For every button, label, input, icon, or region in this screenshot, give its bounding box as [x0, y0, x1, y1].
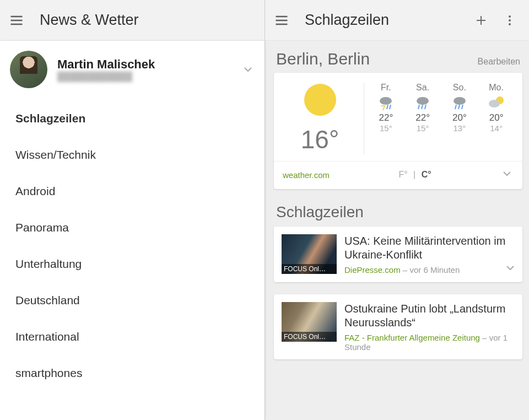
svg-point-11	[380, 97, 392, 105]
hamburger-button-right[interactable]	[269, 8, 294, 33]
news-thumb: FOCUS Onl…	[282, 302, 337, 342]
unit-toggle[interactable]: F° | C°	[330, 170, 500, 180]
svg-point-8	[509, 15, 511, 18]
forecast-day: Fr. 22° 15°	[369, 83, 403, 154]
account-chevron-down-icon[interactable]	[241, 63, 255, 76]
hamburger-icon	[274, 13, 289, 28]
forecast-hi: 20°	[452, 112, 467, 123]
chevron-down-icon	[504, 261, 517, 274]
news-item[interactable]: FOCUS Onl… USA: Keine Militärinterventio…	[274, 227, 522, 282]
headlines-section-title: Schlagzeilen	[274, 201, 522, 227]
news-source[interactable]: DiePresse.com	[344, 265, 401, 274]
nav-item-deutschland[interactable]: Deutschland	[0, 282, 264, 319]
news-thumb: FOCUS Onl…	[282, 234, 337, 274]
news-time: vor 6 Minuten	[409, 265, 460, 274]
plus-icon	[474, 14, 488, 27]
svg-point-23	[489, 100, 500, 107]
forecast-day-label: Sa.	[416, 83, 429, 93]
unit-c[interactable]: C°	[422, 170, 431, 179]
forecast-day-label: So.	[453, 83, 466, 93]
nav-item-wissen-technik[interactable]: Wissen/Technik	[0, 137, 264, 173]
more-vert-icon	[503, 14, 516, 27]
nav-item-schlagzeilen[interactable]: Schlagzeilen	[0, 100, 264, 137]
account-name: Martin Malischek	[57, 57, 241, 72]
avatar	[10, 51, 47, 88]
chevron-down-icon	[500, 167, 514, 180]
nav-list: Schlagzeilen Wissen/Technik Android Pano…	[0, 96, 264, 396]
nav-item-unterhaltung[interactable]: Unterhaltung	[0, 246, 264, 282]
svg-line-19	[455, 105, 456, 109]
news-item[interactable]: FOCUS Onl… Ostukraine Putin lobt „Landst…	[274, 294, 522, 359]
news-title: USA: Keine Militärintervention im Ukrain…	[344, 234, 515, 262]
storm-icon	[376, 95, 396, 112]
weather-expand-button[interactable]	[500, 167, 514, 182]
rain-icon	[413, 95, 433, 112]
forecast-hi: 22°	[379, 112, 393, 123]
edit-location-link[interactable]: Bearbeiten	[478, 57, 520, 67]
left-toolbar: News & Wetter	[0, 0, 264, 41]
svg-point-18	[454, 97, 466, 105]
forecast-hi: 20°	[489, 112, 504, 123]
nav-item-smartphones[interactable]: smartphones	[0, 355, 264, 391]
svg-point-9	[509, 19, 511, 21]
unit-f[interactable]: F°	[398, 170, 407, 179]
svg-line-15	[418, 105, 419, 109]
overflow-button[interactable]	[500, 11, 519, 30]
rain-icon	[450, 95, 469, 112]
sunny-icon	[304, 84, 336, 116]
forecast-day: Sa. 22° 15°	[406, 83, 440, 154]
left-title: News & Wetter	[40, 12, 260, 29]
hamburger-icon	[9, 13, 24, 28]
nav-item-android[interactable]: Android	[0, 173, 264, 209]
forecast-lo: 13°	[454, 123, 466, 133]
account-header[interactable]: Martin Malischek ████████████	[0, 41, 264, 96]
news-card: FOCUS Onl… Ostukraine Putin lobt „Landst…	[274, 294, 522, 359]
account-email: ████████████	[57, 72, 241, 82]
news-source[interactable]: FAZ - Frankfurter Allgemeine Zeitung	[344, 333, 480, 342]
content-scroll[interactable]: Berlin, Berlin Bearbeiten 16° Fr. 22°	[265, 41, 529, 420]
thumb-source-label: FOCUS Onl…	[282, 264, 337, 274]
forecast-day-label: Fr.	[381, 83, 391, 93]
svg-line-21	[462, 105, 463, 109]
right-toolbar: Schlagzeilen	[265, 0, 529, 41]
forecast-hi: 22°	[415, 112, 430, 123]
svg-point-10	[509, 23, 511, 25]
unit-separator: |	[413, 170, 415, 179]
weather-source-link[interactable]: weather.com	[283, 170, 330, 180]
current-weather: 16°	[282, 83, 364, 154]
news-expand-button[interactable]	[504, 261, 517, 277]
forecast-day: Mo. 20° 14°	[479, 83, 514, 154]
location-title: Berlin, Berlin	[276, 50, 370, 68]
add-button[interactable]	[472, 11, 490, 30]
svg-line-17	[425, 105, 426, 109]
news-card: FOCUS Onl… USA: Keine Militärinterventio…	[274, 227, 522, 282]
forecast-lo: 15°	[417, 123, 429, 133]
svg-line-20	[458, 105, 460, 109]
right-title: Schlagzeilen	[305, 12, 472, 29]
svg-line-16	[422, 105, 423, 109]
svg-line-12	[387, 105, 388, 109]
current-temp: 16°	[301, 125, 339, 154]
forecast-day-label: Mo.	[489, 83, 504, 93]
hamburger-button-left[interactable]	[4, 8, 29, 33]
nav-item-international[interactable]: International	[0, 319, 264, 355]
svg-point-14	[417, 97, 429, 105]
forecast-lo: 15°	[380, 123, 392, 133]
forecast-day: So. 20° 13°	[442, 83, 477, 154]
forecast-lo: 14°	[490, 123, 503, 133]
svg-line-13	[390, 105, 391, 109]
drawer: Martin Malischek ████████████ Schlagzeil…	[0, 41, 264, 420]
news-time-prefix: –	[480, 333, 489, 342]
nav-item-panorama[interactable]: Panorama	[0, 209, 264, 246]
weather-card: 16° Fr. 22° 15° Sa.	[274, 73, 522, 189]
forecast-row: Fr. 22° 15° Sa. 22° 15°	[364, 83, 515, 154]
partly-cloudy-icon	[487, 95, 506, 112]
thumb-source-label: FOCUS Onl…	[282, 332, 337, 342]
news-time-prefix: –	[401, 265, 410, 274]
news-title: Ostukraine Putin lobt „Landsturm Neuruss…	[344, 302, 515, 330]
